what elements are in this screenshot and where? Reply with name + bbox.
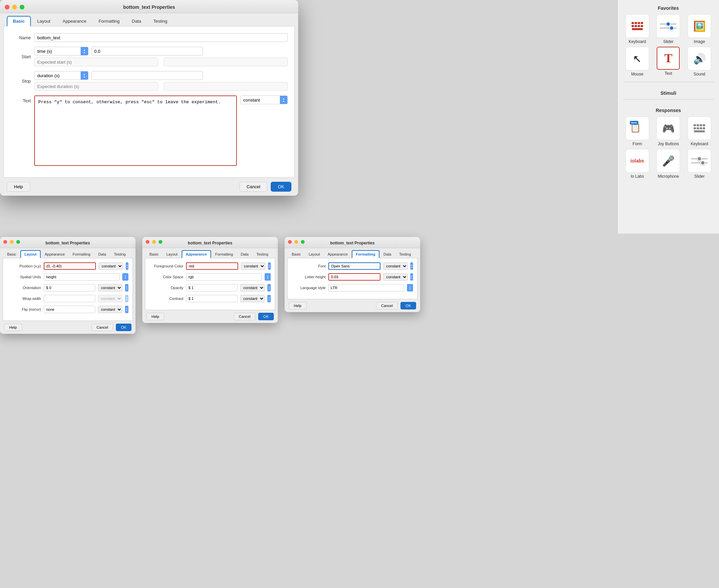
stop-unit-select[interactable]: duration (s) ▲ ▼ [34,71,88,80]
sub3-lang-input[interactable] [328,284,404,292]
sub2-fg-arrow[interactable]: ▲ ▼ [268,262,271,270]
expected-start-value-input[interactable] [164,58,288,66]
sub1-orientation-input[interactable] [44,284,95,292]
sub1-tab-formatting[interactable]: Formatting [69,251,94,258]
response-item-form[interactable]: 📋 Beta Form [623,117,652,146]
sub3-cancel[interactable]: Cancel [376,302,398,309]
sub2-tab-basic[interactable]: Basic [146,251,162,258]
tab-appearance[interactable]: Appearance [57,16,92,26]
sub3-lh-arrow[interactable]: ▲ ▼ [410,273,413,281]
sub3-tab-basic[interactable]: Basic [288,251,305,258]
expected-start-input[interactable] [34,58,158,66]
stimuli-item-keyboard[interactable]: Keyboard [623,14,652,44]
maximize-button[interactable] [20,5,24,9]
sub1-ok[interactable]: OK [116,323,132,331]
sub3-tab-testing[interactable]: Testing [395,251,415,258]
stop-unit-arrow[interactable]: ▲ ▼ [81,71,88,80]
text-input[interactable]: Press "y" to consent, otherwise, press "… [35,96,236,164]
ok-button[interactable]: OK [271,182,292,192]
sub1-flip-dropdown[interactable]: constant [98,306,122,313]
sub1-orientation-dropdown[interactable]: constant [98,284,122,292]
stimuli-item-text[interactable]: T Text [654,47,683,77]
sub1-tab-appearance[interactable]: Appearance [41,251,68,258]
sub3-tab-formatting[interactable]: Formatting [352,250,379,258]
sub2-help[interactable]: Help [146,313,164,320]
sub1-position-dropdown[interactable]: constant [99,262,123,270]
sub2-tab-layout[interactable]: Layout [163,251,181,258]
sub1-position-input[interactable] [44,262,96,270]
sub3-close[interactable] [288,240,292,244]
stimuli-item-slider[interactable]: Slider [654,14,683,44]
text-dropdown[interactable]: constant ▲ ▼ [240,96,288,104]
start-unit-arrow[interactable]: ▲ ▼ [81,47,88,55]
sub1-spatial-arrow[interactable]: ▲ ▼ [122,273,128,281]
sub2-opacity-input[interactable] [186,284,238,292]
sub2-tab-testing[interactable]: Testing [253,251,272,258]
sub1-tab-basic[interactable]: Basic [3,251,20,258]
sub3-font-input[interactable] [328,262,380,270]
sub3-min[interactable] [295,240,298,244]
sub2-contrast-arrow[interactable]: ▲ ▼ [267,295,271,302]
sub2-cs-arrow[interactable]: ▲ ▼ [265,273,271,281]
sub2-min[interactable] [152,240,156,244]
cancel-button[interactable]: Cancel [240,182,267,192]
sub1-wrap-input[interactable] [44,295,95,302]
sub1-wrap-arrow[interactable]: ▲ ▼ [125,295,128,302]
sub3-lang-arrow[interactable]: ▲ ▼ [407,284,413,292]
response-item-keyboard[interactable]: Keyboard [685,117,714,146]
response-item-slider[interactable]: Slider [685,149,714,179]
sub3-tab-data[interactable]: Data [380,251,395,258]
sub2-fg-dropdown[interactable]: constant [241,262,265,270]
sub3-tab-layout[interactable]: Layout [305,251,324,258]
sub2-ok[interactable]: OK [258,313,274,320]
sub2-fg-input[interactable] [186,262,238,270]
sub2-max[interactable] [159,240,162,244]
text-dropdown-arrow[interactable]: ▲ ▼ [280,96,287,104]
sub1-help[interactable]: Help [4,323,22,331]
response-item-joy[interactable]: 🎮 Joy Buttons [654,117,683,146]
sub3-lh-dropdown[interactable]: constant [383,273,407,281]
start-value-input[interactable] [91,47,203,56]
minimize-button[interactable] [12,5,17,9]
sub1-position-arrow[interactable]: ▲ ▼ [126,262,128,270]
sub1-max[interactable] [16,240,20,244]
sub1-min[interactable] [10,240,14,244]
tab-basic[interactable]: Basic [7,16,31,26]
sub3-tab-appearance[interactable]: Appearance [324,251,352,258]
sub1-tab-layout[interactable]: Layout [20,250,41,258]
tab-testing[interactable]: Testing [147,16,173,26]
response-item-iolabs[interactable]: iolabs Io Labs [623,149,652,179]
tab-layout[interactable]: Layout [32,16,56,26]
sub1-close[interactable] [3,240,7,244]
sub3-ok[interactable]: OK [400,302,416,309]
sub1-spatial-input[interactable] [44,273,120,281]
sub1-tab-data[interactable]: Data [95,251,110,258]
sub3-max[interactable] [301,240,305,244]
expected-duration-input[interactable] [34,82,158,91]
sub1-orientation-arrow[interactable]: ▲ ▼ [125,284,128,292]
sub2-close[interactable] [146,240,149,244]
sub3-lh-input[interactable] [328,273,380,281]
sub1-flip-arrow[interactable]: ▲ ▼ [125,306,128,313]
close-button[interactable] [5,5,9,9]
sub2-cancel[interactable]: Cancel [234,313,256,320]
sub2-tab-appearance[interactable]: Appearance [182,250,211,258]
stop-value-input[interactable] [91,71,203,80]
response-item-mic[interactable]: 🎤 Microphone [654,149,683,179]
tab-formatting[interactable]: Formatting [93,16,125,26]
sub3-font-arrow[interactable]: ▲ ▼ [410,262,413,270]
start-unit-select[interactable]: time (s) ▲ ▼ [34,47,88,56]
name-input[interactable] [34,33,288,42]
help-button[interactable]: Help [7,182,30,192]
sub1-tab-testing[interactable]: Testing [110,251,129,258]
sub2-contrast-input[interactable] [186,295,238,302]
expected-duration-value-input[interactable] [164,82,288,91]
sub2-opacity-arrow[interactable]: ▲ ▼ [267,284,271,292]
sub3-help[interactable]: Help [289,302,307,309]
sub1-cancel[interactable]: Cancel [92,323,113,331]
stimuli-item-image[interactable]: 🖼️ Image [685,14,714,44]
sub2-cs-input[interactable] [186,273,262,281]
sub2-contrast-dropdown[interactable]: constant [240,295,265,302]
sub2-tab-formatting[interactable]: Formatting [212,251,237,258]
sub1-flip-input[interactable] [44,306,95,313]
